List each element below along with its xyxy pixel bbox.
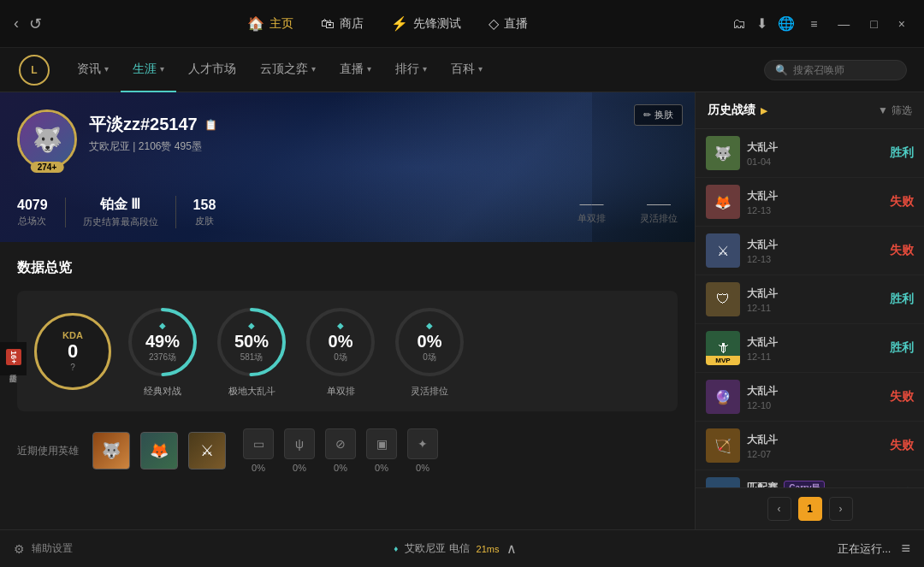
banner-content: 🐺 274+ 平淡zz#25147 📋 艾欧尼亚 | 2106赞 495墨: [0, 92, 695, 186]
search-input[interactable]: [793, 64, 896, 76]
menu-home-label: 主页: [270, 16, 293, 32]
history-item-info: 大乱斗 01-04: [747, 140, 883, 167]
menu-shop-label: 商店: [340, 16, 364, 32]
history-item[interactable]: ⚔ 大乱斗 12-13 失败: [696, 227, 924, 275]
close-button[interactable]: ×: [893, 15, 910, 32]
history-item[interactable]: 🔮 大乱斗 12-10 失败: [696, 373, 924, 422]
prev-page-button[interactable]: ‹: [767, 497, 791, 521]
subnav: L 资讯 ▾ 生涯 ▾ 人才市场 云顶之弈 ▾ 直播 ▾ 排行 ▾ 百科 ▾: [0, 48, 924, 92]
kda-circle: KDA 0 ?: [34, 313, 111, 390]
profile-subtitle: 艾欧尼亚 | 2106赞 495墨: [89, 139, 217, 154]
recent-hero-3[interactable]: ⚔: [188, 432, 226, 470]
history-list: 🐺 大乱斗 01-04 胜利 🦊 大乱斗 12-13 失败: [696, 129, 924, 487]
subnav-live[interactable]: 直播 ▾: [328, 48, 383, 92]
history-item[interactable]: 🏹 大乱斗 12-07 失败: [696, 422, 924, 470]
age-rating-badge: 16+: [6, 349, 21, 365]
download-icon-btn[interactable]: ⬇: [756, 15, 767, 32]
page-1-button[interactable]: 1: [798, 497, 822, 521]
mvp-badge: MVP: [706, 356, 740, 365]
history-hero-avatar: 🗡 MVP: [706, 331, 740, 365]
chevron-down-icon: ▾: [367, 64, 371, 74]
left-panel: 🐺 274+ 平淡zz#25147 📋 艾欧尼亚 | 2106赞 495墨 40…: [0, 92, 695, 529]
maximize-button[interactable]: □: [865, 15, 882, 32]
subnav-career[interactable]: 生涯 ▾: [121, 48, 176, 92]
next-page-button[interactable]: ›: [829, 497, 853, 521]
history-hero-avatar: 🦊: [706, 185, 740, 219]
recent-heroes-section: 近期使用英雄 🐺 🦊 ⚔ ▭ 0% ψ 0% ⊘ 0%: [0, 420, 695, 487]
history-result: 失败: [890, 438, 914, 453]
aram-circle: ◆ 50% 581场: [214, 304, 289, 380]
hero-stat-5: ✦ 0%: [407, 428, 438, 473]
menu-home[interactable]: 🏠 主页: [247, 15, 293, 32]
subnav-wiki[interactable]: 百科 ▾: [439, 48, 495, 92]
chevron-down-icon: ▾: [311, 64, 316, 74]
titlebar-right: 🗂 ⬇ 🌐 ≡ — □ ×: [732, 15, 910, 32]
menu-live[interactable]: ◇ 直播: [489, 15, 528, 32]
history-result: 失败: [890, 243, 914, 258]
live-icon: ◇: [489, 15, 499, 32]
history-hero-avatar: 🔮: [706, 380, 740, 414]
titlebar-left: ‹ ↺: [14, 15, 42, 33]
chevron-down-icon: ▾: [104, 64, 109, 74]
expand-server-button[interactable]: ∧: [506, 540, 517, 557]
search-box[interactable]: 🔍: [764, 60, 907, 80]
data-overview: 数据总览 KDA 0 ? ◆: [0, 242, 695, 420]
history-item-info: 大乱斗 12-10: [747, 384, 883, 410]
subnav-news[interactable]: 资讯 ▾: [65, 48, 121, 92]
filter-button[interactable]: ▼ 筛选: [878, 103, 912, 118]
refresh-button[interactable]: ↺: [29, 15, 42, 33]
subnav-talent[interactable]: 人才市场: [176, 48, 248, 92]
history-item[interactable]: ⚡ MVP 匹配赛 Carry局 12-07 胜利: [696, 470, 924, 487]
classic-circle: ◆ 49% 2376场: [125, 304, 200, 380]
menu-pioneer[interactable]: ⚡ 先锋测试: [391, 15, 461, 32]
copy-icon[interactable]: 📋: [204, 119, 217, 131]
server-name: 艾欧尼亚 电信: [405, 541, 469, 556]
subnav-items: 资讯 ▾ 生涯 ▾ 人才市场 云顶之弈 ▾ 直播 ▾ 排行 ▾ 百科 ▾: [65, 48, 764, 92]
history-item[interactable]: 🐺 大乱斗 01-04 胜利: [696, 129, 924, 178]
stat-aram: ◆ 50% 581场 极地大乱斗: [214, 304, 289, 398]
avatar-ring: 🐺: [17, 109, 77, 169]
history-item-info: 大乱斗 12-13: [747, 189, 883, 216]
back-button[interactable]: ‹: [14, 15, 19, 32]
stat-total-games: 4079 总场次: [17, 198, 66, 227]
recent-hero-2[interactable]: 🦊: [140, 432, 178, 470]
history-item[interactable]: 🛡 大乱斗 12-11 胜利: [696, 275, 924, 324]
hamburger-button[interactable]: ≡: [805, 15, 822, 32]
flex-value: ◆ 0% 0场: [418, 321, 442, 363]
recent-hero-1[interactable]: 🐺: [92, 432, 130, 470]
folder-icon-btn[interactable]: 🗂: [732, 16, 746, 32]
stat-skins: 158 皮肤: [176, 198, 234, 227]
stat-icon-5: ✦: [407, 428, 438, 459]
search-icon: 🔍: [775, 64, 788, 76]
subnav-tft[interactable]: 云顶之弈 ▾: [248, 48, 328, 92]
history-result: 胜利: [890, 340, 914, 356]
kda-tooltip-icon[interactable]: ?: [70, 363, 75, 372]
history-item[interactable]: 🦊 大乱斗 12-13 失败: [696, 178, 924, 227]
history-arrow-icon: ▶: [761, 106, 767, 115]
solo-circle: ◆ 0% 0场: [303, 304, 378, 380]
statusbar-right: 正在运行... ≡: [838, 540, 910, 558]
logo-circle: L: [19, 55, 50, 86]
statusbar-left: ⚙ 辅助设置: [14, 541, 73, 556]
statusbar-menu-button[interactable]: ≡: [901, 540, 910, 558]
subnav-ranking[interactable]: 排行 ▾: [383, 48, 439, 92]
menu-shop[interactable]: 🛍 商店: [321, 16, 364, 32]
statusbar-center: ♦ 艾欧尼亚 电信 21ms ∧: [394, 540, 516, 557]
profile-banner: 🐺 274+ 平淡zz#25147 📋 艾欧尼亚 | 2106赞 495墨 40…: [0, 92, 695, 242]
hero-stat-2: ψ 0%: [284, 428, 315, 473]
rank-solo: —— 单双排: [578, 197, 606, 225]
hero-stats-grid: ▭ 0% ψ 0% ⊘ 0% ▣ 0%: [243, 428, 438, 473]
section-title-overview: 数据总览: [17, 259, 678, 277]
flex-circle: ◆ 0% 0场: [392, 304, 467, 380]
ping-value: 21ms: [477, 544, 500, 554]
aram-value: ◆ 50% 581场: [234, 321, 269, 363]
carry-badge: Carry局: [784, 481, 825, 487]
history-hero-avatar: 🏹: [706, 428, 740, 463]
stat-highest-rank: 铂金 Ⅲ 历史结算最高段位: [66, 196, 176, 228]
profile-name: 平淡zz#25147: [89, 113, 198, 136]
app-logo[interactable]: L: [17, 53, 51, 87]
minimize-button[interactable]: —: [832, 15, 855, 32]
globe-icon-btn[interactable]: 🌐: [778, 15, 795, 32]
classic-value: ◆ 49% 2376场: [145, 321, 180, 363]
history-item[interactable]: 🗡 MVP 大乱斗 12-11 胜利: [696, 324, 924, 373]
